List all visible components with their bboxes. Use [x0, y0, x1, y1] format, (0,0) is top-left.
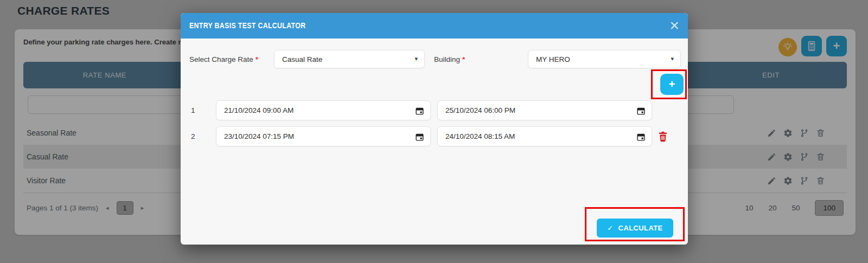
calculate-label: CALCULATE: [618, 224, 663, 232]
charge-rate-select[interactable]: Casual Rate ▾: [274, 50, 425, 68]
required-mark: *: [462, 55, 465, 63]
exit-datetime-field[interactable]: [437, 126, 652, 146]
exit-datetime-input[interactable]: [438, 101, 624, 120]
chevron-down-icon: ▾: [671, 55, 674, 62]
building-value: MY HERO: [536, 55, 570, 63]
modal-header: ENTRY BASIS TEST CALCULATOR ×: [181, 13, 688, 39]
required-mark: *: [256, 55, 258, 63]
remove-row-button[interactable]: [657, 131, 669, 143]
entry-datetime-field[interactable]: [216, 100, 431, 120]
add-entry-row-button[interactable]: +: [660, 74, 684, 95]
row-number: 1: [191, 106, 195, 114]
modal-title: ENTRY BASIS TEST CALCULATOR: [189, 21, 305, 30]
close-icon[interactable]: ×: [669, 15, 679, 36]
calculate-button[interactable]: ✓ CALCULATE: [597, 219, 673, 238]
building-label: Building*: [434, 55, 465, 63]
entry-datetime-input[interactable]: [216, 127, 403, 146]
check-icon: ✓: [607, 224, 613, 232]
calendar-icon[interactable]: [636, 132, 646, 142]
entry-datetime-field[interactable]: [216, 126, 431, 146]
entry-datetime-input[interactable]: [216, 101, 403, 120]
exit-datetime-field[interactable]: [437, 100, 652, 120]
entry-basis-calculator-modal: ENTRY BASIS TEST CALCULATOR × Select Cha…: [181, 13, 688, 245]
chevron-down-icon: ▾: [414, 55, 418, 62]
charge-rate-label-text: Select Charge Rate: [189, 55, 253, 63]
building-label-text: Building: [434, 55, 460, 63]
plus-icon: +: [669, 78, 675, 91]
trash-icon: [657, 131, 669, 143]
calendar-icon[interactable]: [415, 106, 424, 116]
charge-rate-value: Casual Rate: [282, 55, 322, 63]
building-select[interactable]: MY HERO ▾: [528, 50, 681, 68]
calendar-icon[interactable]: [415, 132, 424, 142]
calendar-icon[interactable]: [636, 106, 646, 116]
row-number: 2: [191, 132, 195, 140]
charge-rate-label: Select Charge Rate*: [189, 55, 258, 63]
exit-datetime-input[interactable]: [438, 127, 624, 146]
